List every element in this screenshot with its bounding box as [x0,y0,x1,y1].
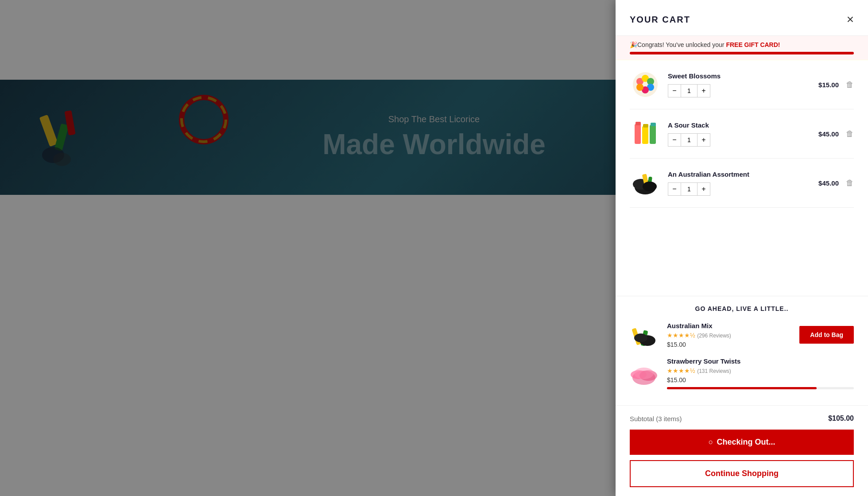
upsell-item-1: Australian Mix ★★★★½ (296 Reviews) $15.0… [630,319,854,350]
upsell-section: GO AHEAD, LIVE A LITTLE.. Australian Mix… [616,296,868,405]
cart-item-price-2: $45.00 [818,130,839,138]
cart-qty-control-3: − 1 + [668,182,811,196]
upsell-reviews-2: (131 Reviews) [697,368,731,374]
cart-item-info-3: An Australian Assortment − 1 + [668,170,811,196]
cart-items-list: Sweet Blossoms − 1 + $15.00 🗑 [616,60,868,296]
cart-item-delete-1[interactable]: 🗑 [846,80,854,89]
cart-header: YOUR CART × [616,0,868,36]
subtotal-label: Subtotal (3 items) [630,415,682,422]
svg-rect-37 [643,124,648,128]
cart-item-2: A Sour Stack − 1 + $45.00 🗑 [630,109,854,159]
cart-item-price-3: $45.00 [818,179,839,187]
cart-item-delete-3[interactable]: 🗑 [846,178,854,188]
upsell-price-2: $15.00 [667,376,854,384]
upsell-image-2 [630,358,661,389]
cart-footer: Subtotal (3 items) $105.00 ○ Checking Ou… [616,405,868,496]
qty-value-3: 1 [681,182,697,196]
gift-card-banner: 🎉Congrats! You've unlocked your FREE GIF… [616,36,868,60]
upsell-reviews-1: (296 Reviews) [697,333,731,339]
svg-rect-38 [651,123,656,126]
cart-item-3: An Australian Assortment − 1 + $45.00 🗑 [630,159,854,208]
upsell-progress-bar [667,387,854,389]
svg-point-43 [643,182,657,191]
cart-qty-control-2: − 1 + [668,133,811,147]
cart-item-1: Sweet Blossoms − 1 + $15.00 🗑 [630,60,854,109]
qty-decrease-3[interactable]: − [668,182,681,196]
gift-highlight: FREE GIFT CARD! [726,41,780,48]
qty-increase-1[interactable]: + [697,84,710,97]
gift-progress-fill [630,52,854,54]
qty-decrease-1[interactable]: − [668,84,681,97]
svg-point-32 [636,84,643,91]
svg-rect-34 [642,126,648,144]
upsell-item-2: Strawberry Sour Twists ★★★★½ (131 Review… [630,357,854,389]
cart-item-image-1 [630,69,661,100]
cart-title: YOUR CART [630,15,690,25]
svg-point-51 [634,368,654,379]
cart-item-image-3 [630,167,661,198]
subtotal-amount: $105.00 [828,415,854,422]
continue-shopping-button[interactable]: Continue Shopping [630,460,854,487]
upsell-stars-1: ★★★★½ [667,332,695,339]
gift-progress-bar [630,52,854,54]
gift-banner-text: 🎉Congrats! You've unlocked your FREE GIF… [630,41,780,48]
cart-item-delete-2[interactable]: 🗑 [846,129,854,139]
upsell-add-bag-button-1[interactable]: Add to Bag [799,326,854,344]
upsell-image-1 [630,319,661,350]
cart-item-info-2: A Sour Stack − 1 + [668,121,811,147]
checkout-label: Checking Out... [717,438,775,447]
upsell-stars-2: ★★★★½ [667,367,695,374]
cart-item-name-2: A Sour Stack [668,121,811,129]
qty-decrease-2[interactable]: − [668,133,681,147]
cart-item-price-1: $15.00 [818,81,839,89]
cart-item-info-1: Sweet Blossoms − 1 + [668,72,811,97]
cart-qty-control-1: − 1 + [668,84,811,97]
cart-panel: YOUR CART × 🎉Congrats! You've unlocked y… [616,0,868,496]
svg-rect-36 [636,122,641,125]
svg-rect-35 [650,125,656,144]
upsell-price-1: $15.00 [667,341,793,348]
qty-increase-3[interactable]: + [697,182,710,196]
cart-item-image-2 [630,118,661,149]
qty-value-1: 1 [681,84,697,97]
upsell-name-1: Australian Mix [667,322,793,329]
qty-increase-2[interactable]: + [697,133,710,147]
svg-rect-33 [635,124,641,144]
qty-value-2: 1 [681,133,697,147]
svg-point-47 [634,333,647,342]
cart-item-name-1: Sweet Blossoms [668,72,811,80]
cart-close-button[interactable]: × [847,12,854,27]
cart-item-name-3: An Australian Assortment [668,170,811,178]
upsell-title: GO AHEAD, LIVE A LITTLE.. [630,305,854,312]
upsell-progress-fill [667,387,817,389]
spinner-icon: ○ [709,438,713,447]
subtotal-row: Subtotal (3 items) $105.00 [630,415,854,422]
upsell-name-2: Strawberry Sour Twists [667,357,854,365]
upsell-info-1: Australian Mix ★★★★½ (296 Reviews) $15.0… [667,322,793,348]
checkout-button[interactable]: ○ Checking Out... [630,430,854,455]
upsell-info-2: Strawberry Sour Twists ★★★★½ (131 Review… [667,357,854,389]
